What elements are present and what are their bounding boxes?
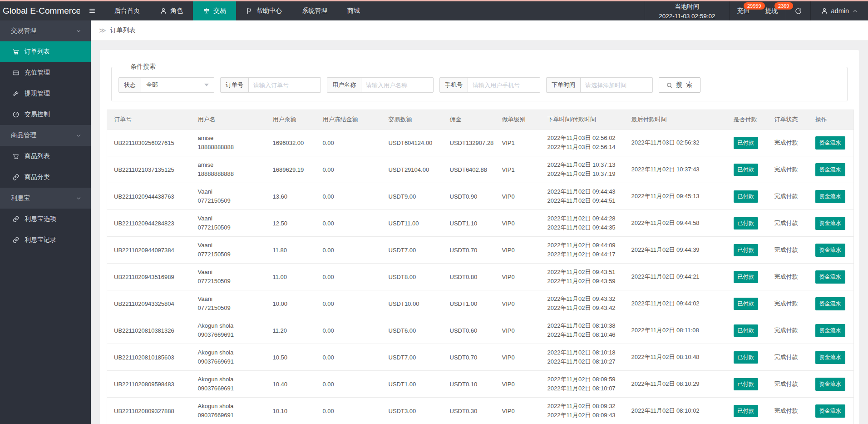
search-button[interactable]: 搜 索 bbox=[659, 77, 700, 93]
nav-item-label: 后台首页 bbox=[114, 7, 140, 15]
nav-item-label: 商城 bbox=[347, 7, 360, 15]
sidebar-toggle[interactable] bbox=[80, 1, 104, 20]
fund-flow-button[interactable]: 资金流水 bbox=[815, 163, 845, 176]
fund-flow-button[interactable]: 资金流水 bbox=[815, 297, 845, 310]
order-row: UB2211020944284823Vaani077215050912.500.… bbox=[107, 210, 854, 237]
cell-order-no: UB2211020810185603 bbox=[107, 344, 191, 371]
cell-paid: 已付款 bbox=[727, 264, 768, 290]
cell-level: VIP1 bbox=[495, 130, 541, 156]
user-name: Vaani bbox=[198, 187, 262, 196]
cell-commission: USDT0.30 bbox=[443, 398, 495, 424]
cell-action: 资金流水 bbox=[809, 398, 854, 424]
notify-group: 充值 29959 提现 2369 bbox=[730, 1, 786, 20]
orders-table: 订单号用户名用户余额用户冻结金额交易数额佣金做单级别下单时间/付款时间最后付款时… bbox=[107, 110, 854, 424]
cell-order-no: UB2211020810381326 bbox=[107, 317, 191, 344]
fund-flow-button[interactable]: 资金流水 bbox=[815, 190, 845, 203]
column-header: 订单号 bbox=[107, 110, 191, 130]
fund-flow-button[interactable]: 资金流水 bbox=[815, 404, 845, 418]
sidebar-group-trade-management[interactable]: 交易管理 bbox=[0, 20, 91, 41]
sidebar-item-withdraw-management[interactable]: 提现管理 bbox=[0, 83, 91, 104]
main-menu: 后台首页角色交易帮助中心系统管理商城 bbox=[104, 1, 370, 20]
cell-amount: USDT10.00 bbox=[382, 290, 443, 317]
nav-item-roles[interactable]: 角色 bbox=[150, 1, 193, 20]
cell-last-pay-time: 2022年11月03日 02:56:32 bbox=[625, 130, 727, 156]
breadcrumb-chevrons-icon: ≫ bbox=[99, 26, 106, 35]
phone-input[interactable] bbox=[468, 78, 540, 92]
cell-balance: 1689629.19 bbox=[266, 156, 316, 183]
cell-order-no: UB2211030256027615 bbox=[107, 130, 191, 156]
nav-item-system[interactable]: 系统管理 bbox=[292, 1, 337, 20]
pay-time: 2022年11月02日 10:37:19 bbox=[547, 170, 621, 179]
cell-last-pay-time: 2022年11月02日 10:37:43 bbox=[625, 156, 727, 183]
nav-item-label: 交易 bbox=[213, 7, 226, 15]
nav-item-mall[interactable]: 商城 bbox=[337, 1, 370, 20]
user-name-input[interactable] bbox=[361, 78, 433, 92]
user-name: Akogun shola bbox=[198, 402, 262, 411]
sidebar-item-goods-category[interactable]: 商品分类 bbox=[0, 167, 91, 188]
sidebar-group-interest-treasure[interactable]: 利息宝 bbox=[0, 188, 91, 209]
cell-paid: 已付款 bbox=[727, 344, 768, 371]
cell-frozen: 0.00 bbox=[316, 317, 382, 344]
navbar-right: 当地时间 2022-11-03 02:59:02 充值 29959 提现 236… bbox=[645, 1, 868, 20]
local-time-label: 当地时间 bbox=[659, 3, 715, 11]
column-header: 操作 bbox=[809, 110, 854, 130]
user-name: Vaani bbox=[198, 214, 262, 223]
order-time: 2022年11月02日 08:09:32 bbox=[547, 402, 621, 411]
cell-paid: 已付款 bbox=[727, 398, 768, 424]
order-row: UB2211020943516989Vaani077215050911.000.… bbox=[107, 264, 854, 290]
user-phone: 09037669691 bbox=[198, 384, 262, 393]
admin-username: admin bbox=[831, 7, 849, 15]
paid-status-badge: 已付款 bbox=[734, 164, 758, 176]
nav-item-trade[interactable]: 交易 bbox=[193, 1, 236, 20]
recharge-link[interactable]: 充值 29959 bbox=[730, 1, 758, 20]
sidebar-item-interest-options[interactable]: 利息宝选项 bbox=[0, 209, 91, 229]
local-time-value: 2022-11-03 02:59:02 bbox=[659, 13, 715, 20]
fund-flow-button[interactable]: 资金流水 bbox=[815, 136, 845, 150]
status-select[interactable]: 全部 bbox=[141, 78, 214, 92]
column-header: 用户冻结金额 bbox=[316, 110, 382, 130]
fund-flow-button[interactable]: 资金流水 bbox=[815, 378, 845, 391]
sidebar-item-trade-control[interactable]: 交易控制 bbox=[0, 104, 91, 125]
sidebar-item-interest-records[interactable]: 利息宝记录 bbox=[0, 229, 91, 250]
sidebar-group-label: 商品管理 bbox=[11, 131, 36, 140]
cell-balance: 11.20 bbox=[266, 317, 316, 344]
admin-menu[interactable]: admin bbox=[811, 1, 868, 20]
sidebar-group-goods-management[interactable]: 商品管理 bbox=[0, 125, 91, 146]
withdraw-badge[interactable]: 2369 bbox=[774, 2, 793, 10]
cell-balance: 1696032.00 bbox=[266, 130, 316, 156]
sidebar-item-recharge-management[interactable]: 充值管理 bbox=[0, 62, 91, 83]
paid-status-badge: 已付款 bbox=[734, 351, 758, 364]
order-time-input[interactable] bbox=[581, 78, 652, 92]
recharge-badge[interactable]: 29959 bbox=[744, 2, 765, 10]
nav-item-dashboard[interactable]: 后台首页 bbox=[104, 1, 150, 20]
sidebar-item-goods-list[interactable]: 商品列表 bbox=[0, 146, 91, 167]
order-time-label: 下单时间 bbox=[547, 78, 581, 92]
paid-status-badge: 已付款 bbox=[734, 298, 758, 310]
cell-last-pay-time: 2022年11月02日 08:10:02 bbox=[625, 398, 727, 424]
pay-time: 2022年11月02日 09:43:59 bbox=[547, 277, 621, 286]
column-header: 订单状态 bbox=[768, 110, 809, 130]
cell-order-no: UB2211020944284823 bbox=[107, 210, 191, 237]
cell-order-no: UB2211020944097384 bbox=[107, 237, 191, 264]
sidebar-item-label: 利息宝选项 bbox=[25, 215, 56, 223]
order-time: 2022年11月02日 09:43:51 bbox=[547, 268, 621, 277]
cell-amount: USDT9.00 bbox=[382, 183, 443, 210]
fund-flow-button[interactable]: 资金流水 bbox=[815, 351, 845, 364]
order-row: UB2211030256027615amise18888888888169603… bbox=[107, 130, 854, 156]
order-no-input[interactable] bbox=[249, 78, 321, 92]
pay-time: 2022年11月02日 08:10:07 bbox=[547, 384, 621, 393]
fund-flow-button[interactable]: 资金流水 bbox=[815, 244, 845, 257]
nav-item-help[interactable]: 帮助中心 bbox=[236, 1, 292, 20]
fund-flow-button[interactable]: 资金流水 bbox=[815, 324, 845, 337]
cell-action: 资金流水 bbox=[809, 156, 854, 183]
sidebar-item-order-list[interactable]: 订单列表 bbox=[0, 41, 91, 62]
fund-flow-button[interactable]: 资金流水 bbox=[815, 270, 845, 284]
cell-action: 资金流水 bbox=[809, 344, 854, 371]
card-icon bbox=[12, 69, 20, 76]
fund-flow-button[interactable]: 资金流水 bbox=[815, 217, 845, 230]
paid-status-badge: 已付款 bbox=[734, 137, 758, 149]
cell-amount: USDT604124.00 bbox=[382, 130, 443, 156]
cell-balance: 10.10 bbox=[266, 398, 316, 424]
cell-balance: 10.00 bbox=[266, 290, 316, 317]
cell-balance: 10.50 bbox=[266, 344, 316, 371]
